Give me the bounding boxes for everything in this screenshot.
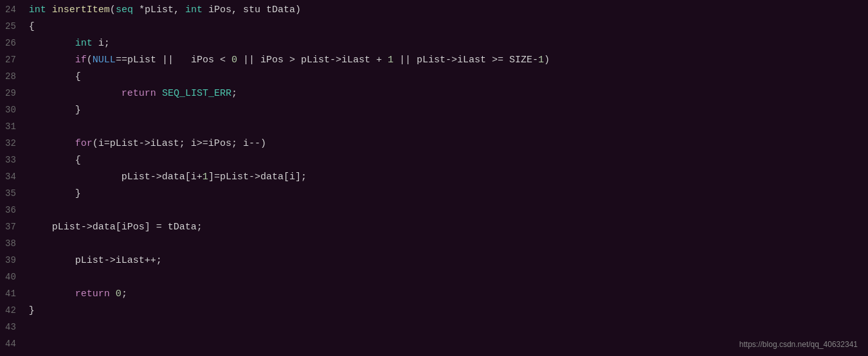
- token-plain: (: [110, 4, 116, 15]
- token-plain: {: [29, 21, 35, 32]
- code-line: 36: [0, 203, 868, 220]
- token-number: 1: [388, 55, 393, 66]
- token-func-name: insertItem: [52, 4, 110, 15]
- code-line: 33 {: [0, 153, 868, 170]
- code-line: 40: [0, 270, 868, 287]
- code-content: pList->data[iPos] = tData;: [29, 220, 863, 235]
- line-number: 40: [5, 270, 29, 284]
- token-kw-control: if: [75, 55, 87, 66]
- token-kw-type: seq: [116, 4, 133, 15]
- token-plain: [156, 88, 162, 99]
- line-number: 38: [5, 236, 29, 251]
- line-number: 31: [5, 120, 29, 134]
- code-content: pList->data[i+1]=pList->data[i];: [29, 170, 863, 185]
- line-number: 34: [5, 170, 29, 184]
- code-content: }: [29, 303, 863, 319]
- code-line: 44: [0, 337, 868, 353]
- code-line: 28 {: [0, 69, 868, 86]
- line-number: 32: [5, 136, 29, 150]
- code-line: 43: [0, 320, 868, 337]
- code-content: int i;: [29, 36, 863, 51]
- token-plain: iPos,: [203, 4, 243, 15]
- code-content: }: [29, 186, 863, 202]
- token-plain: }: [29, 105, 81, 116]
- code-content: [29, 270, 863, 285]
- code-content: [29, 120, 863, 135]
- code-line: 29 return SEQ_LIST_ERR;: [0, 86, 868, 103]
- token-plain: pList->iLast++;: [29, 255, 162, 266]
- token-kw-type: int: [185, 4, 203, 15]
- token-plain: ;: [122, 289, 127, 299]
- token-number: 0: [116, 289, 122, 299]
- token-number: 0: [231, 55, 237, 66]
- watermark: https://blog.csdn.net/qq_40632341: [739, 339, 858, 351]
- token-plain: [110, 289, 116, 299]
- token-plain: || pList->iLast >= SIZE-: [393, 55, 538, 66]
- line-number: 25: [5, 19, 29, 33]
- code-line: 26 int i;: [0, 36, 868, 53]
- line-number: 33: [5, 153, 29, 167]
- token-number: 1: [203, 172, 208, 182]
- line-number: 24: [5, 3, 29, 17]
- code-line: 30 }: [0, 103, 868, 120]
- token-plain: i;: [93, 38, 110, 49]
- code-content: {: [29, 19, 863, 35]
- code-content: int insertItem(seq *pList, int iPos, stu…: [29, 3, 863, 18]
- code-content: [29, 236, 863, 252]
- code-container: 24int insertItem(seq *pList, int iPos, s…: [0, 0, 868, 356]
- code-content: {: [29, 153, 863, 168]
- code-line: 38: [0, 236, 868, 253]
- code-line: 31: [0, 120, 868, 136]
- line-number: 27: [5, 53, 29, 67]
- token-kw-control: return: [122, 88, 156, 99]
- token-plain: ;: [231, 88, 237, 99]
- line-number: 36: [5, 203, 29, 217]
- token-kw-type: int: [29, 4, 46, 15]
- token-plain: ): [544, 55, 550, 66]
- token-plain: [29, 55, 75, 66]
- code-line: 41 return 0;: [0, 287, 868, 303]
- code-content: pList->iLast++;: [29, 253, 863, 269]
- code-content: }: [29, 103, 863, 118]
- token-plain: {: [29, 155, 81, 166]
- token-plain: ]=pList->data[i];: [208, 172, 307, 182]
- token-number: 1: [538, 55, 544, 66]
- code-content: return SEQ_LIST_ERR;: [29, 86, 863, 102]
- line-number: 30: [5, 103, 29, 117]
- token-kw-control: for: [75, 138, 93, 149]
- line-number: 43: [5, 320, 29, 334]
- line-number: 35: [5, 186, 29, 200]
- line-number: 26: [5, 36, 29, 50]
- token-plain: [46, 4, 52, 15]
- code-content: if(NULL==pList || iPos < 0 || iPos > pLi…: [29, 53, 863, 68]
- token-macro: SEQ_LIST_ERR: [162, 88, 231, 99]
- code-line: 27 if(NULL==pList || iPos < 0 || iPos > …: [0, 53, 868, 69]
- token-plain: }: [29, 188, 81, 199]
- token-plain: pList->data[iPos] = tData;: [29, 222, 203, 233]
- line-number: 41: [5, 287, 29, 301]
- token-kw-type: int: [75, 38, 93, 49]
- line-number: 37: [5, 220, 29, 234]
- line-number: 39: [5, 253, 29, 267]
- line-number: 28: [5, 69, 29, 84]
- line-number: 44: [5, 337, 29, 351]
- code-content: [29, 337, 863, 352]
- code-content: [29, 320, 863, 335]
- token-plain: (i=pList->iLast; i>=iPos; i--): [93, 138, 266, 149]
- token-plain: {: [29, 71, 81, 82]
- code-line: 35 }: [0, 186, 868, 203]
- token-plain: }: [29, 305, 35, 316]
- code-content: {: [29, 69, 863, 85]
- code-line: 32 for(i=pList->iLast; i>=iPos; i--): [0, 136, 868, 153]
- token-null-kw: NULL: [93, 55, 116, 66]
- token-plain: [29, 38, 75, 49]
- code-line: 25{: [0, 19, 868, 36]
- code-line: 34 pList->data[i+1]=pList->data[i];: [0, 170, 868, 186]
- line-number: 42: [5, 303, 29, 317]
- token-plain: [29, 88, 122, 99]
- code-content: for(i=pList->iLast; i>=iPos; i--): [29, 136, 863, 152]
- token-plain: (: [87, 55, 93, 66]
- token-plain: [29, 289, 75, 299]
- token-plain: *pList,: [133, 4, 185, 15]
- line-number: 29: [5, 86, 29, 100]
